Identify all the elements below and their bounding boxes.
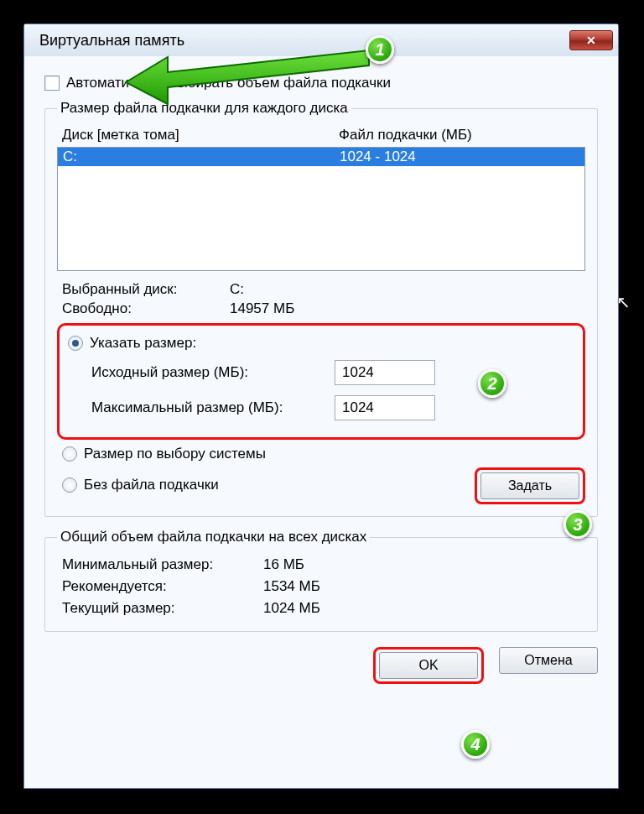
annotation-badge-1: 1 — [366, 35, 394, 64]
col-pagefile-header: Файл подкачки (МБ) — [339, 127, 472, 143]
radio-system-label: Размер по выбору системы — [84, 446, 266, 462]
min-allowed-label: Минимальный размер: — [62, 556, 263, 573]
radio-custom-label: Указать размер: — [90, 335, 196, 352]
selected-disk-label: Выбранный диск: — [62, 281, 230, 298]
radio-icon — [62, 446, 77, 462]
ok-button-highlight: OK — [373, 647, 484, 684]
max-size-input[interactable] — [335, 395, 435, 420]
set-button-highlight: Задать — [475, 467, 585, 504]
recommended-value: 1534 МБ — [263, 578, 320, 595]
list-headers: Диск [метка тома] Файл подкачки (МБ) — [57, 125, 585, 147]
selected-disk-value: C: — [230, 281, 244, 298]
col-disk-header: Диск [метка тома] — [62, 127, 339, 143]
max-size-label: Максимальный размер (МБ): — [91, 399, 335, 416]
list-size: 1024 - 1024 — [340, 149, 416, 165]
annotation-arrow — [117, 32, 394, 107]
ok-button[interactable]: OK — [379, 652, 478, 679]
list-drive: C: — [63, 149, 340, 165]
radio-icon — [68, 336, 83, 351]
close-icon: ✕ — [586, 34, 596, 47]
radio-none-label: Без файла подкачки — [84, 477, 219, 493]
close-button[interactable]: ✕ — [569, 30, 613, 50]
checkbox-icon — [44, 76, 60, 91]
annotation-badge-2: 2 — [478, 369, 506, 398]
initial-size-input[interactable] — [335, 360, 435, 385]
radio-icon — [62, 477, 77, 493]
annotation-badge-4: 4 — [461, 730, 490, 759]
free-space-value: 14957 МБ — [230, 300, 294, 317]
recommended-label: Рекомендуется: — [62, 578, 263, 595]
total-group-legend: Общий объем файла подкачки на всех диска… — [57, 529, 370, 545]
current-size-value: 1024 МБ — [263, 600, 320, 617]
cursor-icon: ↖ — [616, 292, 631, 312]
radio-no-pagefile[interactable]: Без файла подкачки — [57, 474, 475, 497]
radio-custom-size[interactable]: Указать размер: — [68, 332, 574, 355]
each-drive-group: Размер файла подкачки для каждого диска … — [44, 100, 598, 517]
set-button[interactable]: Задать — [480, 472, 579, 499]
initial-size-label: Исходный размер (МБ): — [91, 364, 335, 381]
free-space-label: Свободно: — [62, 300, 230, 317]
radio-system-managed[interactable]: Размер по выбору системы — [57, 443, 585, 466]
virtual-memory-dialog: Виртуальная память ✕ Автоматически выбир… — [23, 23, 619, 789]
cancel-button[interactable]: Отмена — [499, 647, 598, 674]
drive-listbox[interactable]: C: 1024 - 1024 — [57, 147, 585, 271]
total-group: Общий объем файла подкачки на всех диска… — [44, 529, 598, 632]
min-allowed-value: 16 МБ — [263, 556, 304, 573]
list-item[interactable]: C: 1024 - 1024 — [58, 148, 584, 166]
annotation-badge-3: 3 — [564, 510, 592, 539]
svg-marker-0 — [126, 50, 369, 104]
current-size-label: Текущий размер: — [62, 600, 263, 617]
